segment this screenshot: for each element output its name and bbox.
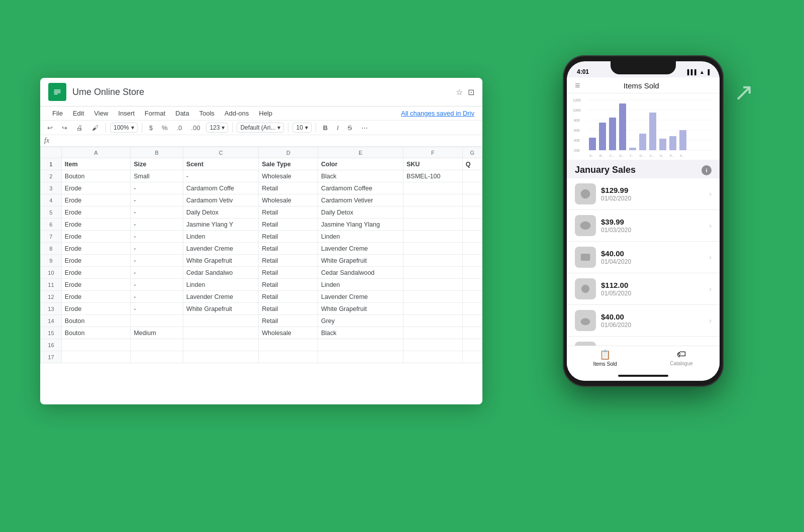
cell-A10[interactable]: Erode [61,267,130,279]
cell-A12[interactable]: Erode [61,291,130,303]
cell-B6[interactable]: - [131,219,183,231]
undo-button[interactable]: ↩ [44,123,56,133]
cell-d1[interactable]: Sale Type [259,158,318,170]
cell-B5[interactable]: - [131,206,183,219]
cell-C2[interactable]: - [183,170,258,182]
cell-C7[interactable]: Linden [183,231,258,243]
cell-B7[interactable]: - [131,231,183,243]
cell-C14[interactable] [183,315,258,327]
cell-D2[interactable]: Wholesale [259,170,318,182]
cell-C13[interactable]: White Grapefruit [183,303,258,315]
cell-D3[interactable]: Retail [259,182,318,194]
cell-B3[interactable]: - [131,182,183,194]
menu-data[interactable]: Data [171,108,193,119]
cell-B2[interactable]: Small [131,170,183,182]
cell-E3[interactable]: Cardamom Coffee [318,182,403,194]
cell-E13[interactable]: White Grapefruit [318,303,403,315]
cell-A5[interactable]: Erode [61,206,130,219]
print-button[interactable]: 🖨 [73,123,86,133]
list-item[interactable]: $129.99 01/07/2020 › [567,337,720,346]
cell-C5[interactable]: Daily Detox [183,206,258,219]
col-header-f[interactable]: F [404,147,463,158]
cell-F11[interactable] [404,279,463,291]
col-header-b[interactable]: B [131,147,183,158]
cell-A2[interactable]: Bouton [61,170,130,182]
cell-C8[interactable]: Lavender Creme [183,243,258,255]
cell-A6[interactable]: Erode [61,219,130,231]
cell-B12[interactable]: - [131,291,183,303]
cell-G6[interactable] [462,219,482,231]
cell-F13[interactable] [404,303,463,315]
cell-F14[interactable] [404,315,463,327]
cell-E11[interactable]: Linden [318,279,403,291]
cell-F12[interactable] [404,291,463,303]
cell-G17[interactable] [462,351,482,363]
paint-format-button[interactable]: 🖌 [89,123,102,133]
strikethrough-button[interactable]: S [345,123,355,133]
cell-B8[interactable]: - [131,243,183,255]
italic-button[interactable]: I [334,123,342,133]
cell-D11[interactable]: Retail [259,279,318,291]
cell-g1[interactable]: Q [462,158,482,170]
tab-catalogue[interactable]: 🏷 Catalogue [643,349,720,367]
menu-format[interactable]: Format [141,108,169,119]
cell-A3[interactable]: Erode [61,182,130,194]
cell-D16[interactable] [259,339,318,351]
cell-C12[interactable]: Lavender Creme [183,291,258,303]
cell-E2[interactable]: Black [318,170,403,182]
percent-button[interactable]: % [159,123,171,133]
list-item[interactable]: $40.00 01/06/2020 › [567,305,720,337]
cell-E5[interactable]: Daily Detox [318,206,403,219]
cell-D6[interactable]: Retail [259,219,318,231]
col-header-e[interactable]: E [318,147,403,158]
redo-button[interactable]: ↪ [59,123,70,133]
cell-F9[interactable] [404,255,463,267]
cell-C9[interactable]: White Grapefruit [183,255,258,267]
cell-D9[interactable]: Retail [259,255,318,267]
list-item[interactable]: $39.99 01/03/2020 › [567,210,720,242]
zoom-select[interactable]: 100% ▾ [110,123,138,133]
folder-icon[interactable]: ⊡ [468,87,474,97]
cell-G13[interactable] [462,303,482,315]
cell-G2[interactable] [462,170,482,182]
col-header-c[interactable]: C [183,147,258,158]
col-header-d[interactable]: D [259,147,318,158]
cell-C16[interactable] [183,339,258,351]
cell-f1[interactable]: SKU [404,158,463,170]
cell-F3[interactable] [404,182,463,194]
cell-B15[interactable]: Medium [131,327,183,339]
cell-D15[interactable]: Wholesale [259,327,318,339]
cell-F16[interactable] [404,339,463,351]
more-button[interactable]: ⋯ [358,123,371,133]
menu-insert[interactable]: Insert [114,108,139,119]
cell-A16[interactable] [61,339,130,351]
cell-B4[interactable]: - [131,194,183,206]
cell-c1[interactable]: Scent [183,158,258,170]
cell-G7[interactable] [462,231,482,243]
cell-E15[interactable]: Black [318,327,403,339]
cell-G12[interactable] [462,291,482,303]
cell-C6[interactable]: Jasmine Ylang Y [183,219,258,231]
cell-G14[interactable] [462,315,482,327]
hamburger-icon[interactable]: ≡ [575,80,580,91]
cell-E10[interactable]: Cedar Sandalwood [318,267,403,279]
cell-E4[interactable]: Cardamom Vetiver [318,194,403,206]
cell-E8[interactable]: Lavender Creme [318,243,403,255]
info-icon[interactable]: i [701,165,712,175]
cell-B9[interactable]: - [131,255,183,267]
menu-file[interactable]: File [48,108,67,119]
cell-B10[interactable]: - [131,267,183,279]
cell-A14[interactable]: Bouton [61,315,130,327]
cell-G15[interactable] [462,327,482,339]
cell-F5[interactable] [404,206,463,219]
cell-F17[interactable] [404,351,463,363]
list-item[interactable]: $40.00 01/04/2020 › [567,242,720,273]
cell-B16[interactable] [131,339,183,351]
decimal-two-button[interactable]: .00 [188,123,203,133]
list-item[interactable]: $129.99 01/02/2020 › [567,178,720,210]
formula-input[interactable] [53,137,478,145]
currency-button[interactable]: $ [146,123,156,133]
menu-addons[interactable]: Add-ons [221,108,253,119]
cell-E17[interactable] [318,351,403,363]
cell-D14[interactable]: Retail [259,315,318,327]
